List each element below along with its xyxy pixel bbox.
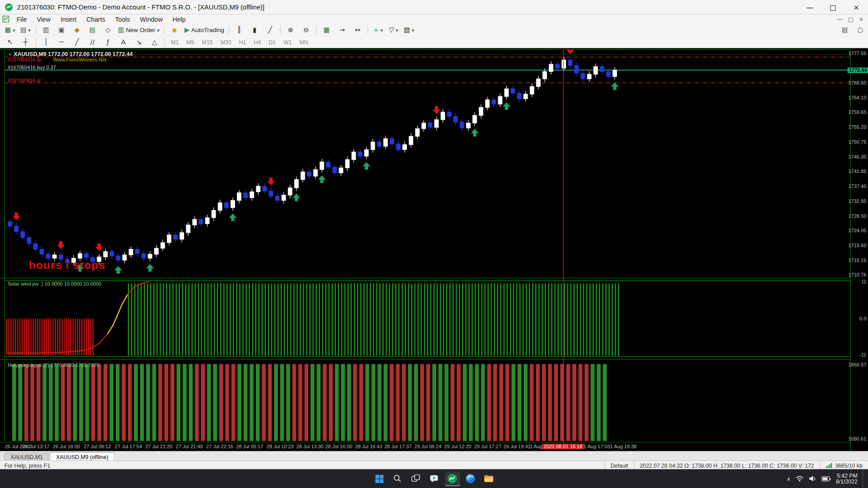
chart-shift-button[interactable]: ↔ (350, 25, 365, 35)
wifi-icon[interactable] (796, 475, 804, 482)
candle[interactable] (14, 226, 19, 231)
search-button[interactable]: ○ (853, 25, 868, 35)
candle[interactable] (460, 122, 464, 128)
child-close-button[interactable]: × (859, 16, 863, 22)
main-price-chart[interactable] (5, 50, 850, 277)
profiles-button[interactable]: ▤▼ (18, 25, 33, 35)
candle[interactable] (269, 191, 273, 196)
autotrading-button[interactable]: ▶AutoTrading (183, 25, 226, 35)
candle[interactable] (320, 162, 324, 169)
candle[interactable] (21, 232, 25, 238)
print-button[interactable]: ▤ (838, 25, 852, 35)
candle[interactable] (524, 94, 528, 99)
start-button[interactable] (372, 471, 387, 486)
menu-charts[interactable]: Charts (81, 16, 110, 23)
candle[interactable] (46, 254, 50, 258)
templates-button[interactable]: ▧▼ (402, 25, 416, 35)
candle[interactable] (218, 203, 222, 211)
fibonacci-tool[interactable]: ƒ (101, 37, 115, 47)
new-order-button[interactable]: ▥New Order▼ (116, 25, 161, 35)
candle[interactable] (568, 60, 572, 66)
show-desktop-button[interactable] (863, 469, 865, 488)
candle[interactable] (8, 222, 12, 226)
candle[interactable] (225, 203, 229, 208)
chat-button[interactable] (426, 471, 441, 486)
trendline-tool[interactable]: ╱ (70, 37, 84, 47)
candle[interactable] (193, 219, 197, 225)
data-window-button[interactable]: ▣ (54, 25, 69, 35)
candle[interactable] (422, 123, 426, 128)
text-tool[interactable]: A (116, 37, 131, 47)
zoom-out-button[interactable]: ⊖ (299, 25, 313, 35)
candle[interactable] (294, 179, 298, 188)
candle[interactable] (256, 186, 260, 192)
price-axis[interactable]: 1777.551772.441768.601764.101759.651755.… (851, 49, 868, 451)
candle[interactable] (237, 193, 241, 201)
timeframe-m30-button[interactable]: M30 (217, 38, 235, 46)
zoom-in-button[interactable]: ⊕ (283, 25, 298, 35)
candle[interactable] (364, 150, 368, 156)
candle[interactable] (40, 249, 44, 254)
child-minimize-button[interactable]: — (837, 16, 843, 22)
chart-window[interactable]: ▼XAUUSD,M9 1772.00 1772.00 1772.00 1772.… (0, 48, 868, 451)
candlestick-chart-button[interactable]: ▮ (247, 25, 262, 35)
new-chart-button[interactable]: ▦▼ (3, 25, 17, 35)
panel-divider-2[interactable] (0, 359, 868, 360)
candle[interactable] (148, 254, 152, 258)
candle[interactable] (314, 169, 318, 176)
periods-button[interactable]: ▽▼ (387, 25, 401, 35)
auto-scroll-button[interactable]: → (335, 25, 349, 35)
candle[interactable] (282, 195, 286, 201)
candle[interactable] (142, 253, 146, 258)
candle[interactable] (384, 139, 388, 146)
strategy-tester-button[interactable]: ◇ (101, 25, 115, 35)
bars-chart-button[interactable]: ║ (232, 25, 246, 35)
hidden-icons-chevron-icon[interactable]: ∧ (787, 475, 791, 481)
candle[interactable] (511, 89, 515, 94)
line-chart-button[interactable]: ╱ (263, 25, 278, 35)
timeframe-m15-button[interactable]: M15 (198, 38, 216, 46)
candle[interactable] (403, 145, 407, 150)
candle[interactable] (453, 117, 458, 122)
candle[interactable] (396, 144, 401, 150)
candle[interactable] (575, 66, 579, 73)
indicators-button[interactable]: +▼ (371, 25, 385, 35)
chart-tab-xauusd-m1[interactable]: XAUUSD,M1 (5, 453, 49, 461)
candle[interactable] (116, 256, 120, 260)
candle[interactable] (377, 142, 381, 146)
candle[interactable] (333, 167, 337, 173)
holygukgukguk-indicator-panel[interactable] (5, 361, 850, 442)
candle[interactable] (505, 89, 509, 97)
candle[interactable] (186, 225, 190, 233)
candle[interactable] (594, 66, 598, 74)
timeframe-mn-button[interactable]: MN (296, 38, 311, 46)
candle[interactable] (517, 93, 521, 99)
candle[interactable] (371, 142, 375, 150)
timeframe-h4-button[interactable]: H4 (250, 38, 264, 46)
candle[interactable] (244, 193, 248, 198)
candle[interactable] (199, 219, 203, 224)
minimize-button[interactable]: — (798, 0, 821, 14)
timeframe-m5-button[interactable]: M5 (183, 38, 198, 46)
candle[interactable] (345, 160, 349, 168)
candle[interactable] (562, 60, 566, 68)
market-watch-button[interactable]: ▥ (39, 25, 53, 35)
solar-wind-indicator-panel[interactable] (5, 279, 850, 358)
file-explorer-button[interactable] (481, 471, 496, 486)
time-axis[interactable]: 26 Jul 202226 Jul 13:1726 Jul 18:0027 Ju… (0, 443, 850, 451)
candle[interactable] (161, 243, 165, 248)
metaeditor-button[interactable]: ◆ (167, 25, 182, 35)
menu-window[interactable]: Window (135, 16, 167, 23)
timeframe-d1-button[interactable]: D1 (265, 38, 279, 46)
navigator-button[interactable]: ◆ (70, 25, 84, 35)
close-button[interactable]: × (845, 0, 868, 14)
candle[interactable] (556, 64, 560, 68)
candle[interactable] (543, 71, 547, 79)
candle[interactable] (33, 244, 38, 249)
candle[interactable] (600, 66, 604, 71)
symbol-caret-icon[interactable]: ▼ (8, 52, 12, 57)
candle[interactable] (205, 218, 209, 224)
edge-taskbar-button[interactable] (463, 471, 478, 486)
channel-tool[interactable]: // (85, 37, 100, 47)
candle[interactable] (473, 115, 477, 123)
